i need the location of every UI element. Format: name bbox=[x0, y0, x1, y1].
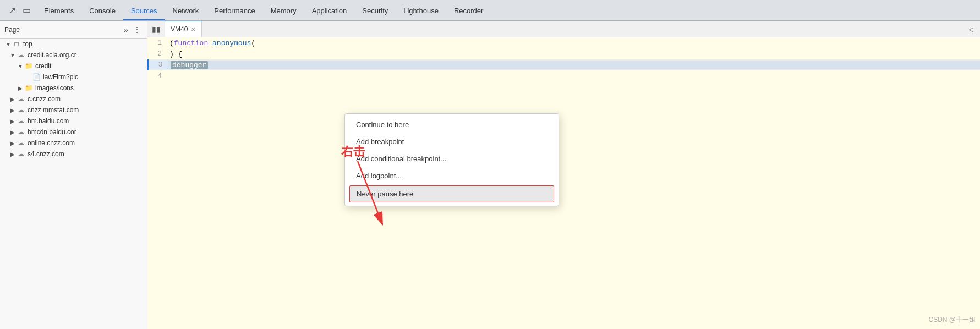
csdn-watermark: CSDN @十一姐 bbox=[928, 315, 976, 325]
arrow-icon bbox=[24, 74, 32, 80]
tree-item-images-icons[interactable]: ▶ 📁 images/icons bbox=[0, 83, 147, 94]
tree-label: hmcdn.baidu.cor bbox=[28, 128, 76, 136]
arrow-icon: ▼ bbox=[9, 52, 17, 58]
file-icon: 📄 bbox=[32, 73, 41, 81]
editor-area: ▮▮ VM40 × ◃ 1 (function anonymous( 2 ) { bbox=[147, 21, 980, 329]
context-menu-continue[interactable]: Continue to here bbox=[345, 116, 559, 133]
context-menu-logpoint[interactable]: Add logpoint... bbox=[345, 167, 559, 184]
code-line-4: 4 bbox=[147, 70, 980, 81]
tree-item-hm-baidu[interactable]: ▶ ☁ hm.baidu.com bbox=[0, 116, 147, 127]
line-content-1: (function anonymous( bbox=[167, 39, 980, 47]
tree-label: images/icons bbox=[35, 84, 74, 92]
tree-label: credit bbox=[35, 62, 51, 70]
main-layout: Page » ⋮ ▼ □ top ▼ ☁ credit.acla.org.cr … bbox=[0, 21, 980, 329]
context-menu: Continue to here Add breakpoint Add cond… bbox=[344, 113, 559, 206]
cloud-icon: ☁ bbox=[17, 150, 25, 158]
tab-network[interactable]: Network bbox=[165, 0, 207, 20]
tree-label: lawFirm?pic bbox=[43, 73, 78, 81]
editor-right-icon[interactable]: ◃ bbox=[968, 23, 973, 35]
cloud-icon: ☁ bbox=[17, 95, 25, 103]
editor-tab-vm40[interactable]: VM40 × bbox=[165, 21, 202, 37]
tree-item-hmcdn-baidu[interactable]: ▶ ☁ hmcdn.baidu.cor bbox=[0, 127, 147, 138]
context-menu-conditional-breakpoint[interactable]: Add conditional breakpoint... bbox=[345, 150, 559, 167]
tab-console[interactable]: Console bbox=[81, 0, 123, 20]
tree-item-c-cnzz[interactable]: ▶ ☁ c.cnzz.com bbox=[0, 94, 147, 105]
tab-performance[interactable]: Performance bbox=[206, 0, 262, 20]
tab-elements[interactable]: Elements bbox=[36, 0, 81, 20]
sidebar-header: Page » ⋮ bbox=[0, 21, 147, 39]
tree-item-lawfirm[interactable]: 📄 lawFirm?pic bbox=[0, 72, 147, 83]
editor-tab-bar: ▮▮ VM40 × ◃ bbox=[147, 21, 980, 37]
cloud-icon: ☁ bbox=[17, 139, 25, 147]
tree-item-s4-cnzz[interactable]: ▶ ☁ s4.cnzz.com bbox=[0, 149, 147, 160]
code-line-1: 1 (function anonymous( bbox=[147, 37, 980, 48]
arrow-icon: ▼ bbox=[17, 63, 24, 69]
tab-filename: VM40 bbox=[171, 25, 188, 33]
line-number-3: 3 bbox=[149, 61, 168, 69]
arrow-icon: ▶ bbox=[9, 107, 17, 113]
tree-item-cnzz-mmstat[interactable]: ▶ ☁ cnzz.mmstat.com bbox=[0, 105, 147, 116]
arrow-icon: ▶ bbox=[9, 151, 17, 157]
arrow-icon: ▶ bbox=[9, 140, 17, 146]
arrow-icon: ▶ bbox=[9, 96, 17, 102]
cloud-icon: ☁ bbox=[17, 128, 25, 136]
tree-label: c.cnzz.com bbox=[28, 95, 61, 103]
context-menu-add-breakpoint[interactable]: Add breakpoint bbox=[345, 133, 559, 150]
tab-memory[interactable]: Memory bbox=[263, 0, 304, 20]
sidebar-toggle-icon[interactable]: ▮▮ bbox=[150, 21, 163, 37]
code-line-3: 3 debugger bbox=[147, 59, 980, 70]
tree-item-credit-folder[interactable]: ▼ 📁 credit bbox=[0, 61, 147, 72]
arrow-icon: ▶ bbox=[17, 85, 24, 91]
tree-label: hm.baidu.com bbox=[28, 117, 69, 125]
tree-label: top bbox=[23, 40, 32, 48]
line-content-2: ) { bbox=[167, 50, 980, 58]
tab-icon-area: ↗ ▭ bbox=[2, 0, 36, 20]
folder-icon: 📁 bbox=[24, 62, 33, 70]
tab-security[interactable]: Security bbox=[354, 0, 396, 20]
tab-lighthouse[interactable]: Lighthouse bbox=[396, 0, 446, 20]
arrow-icon: ▶ bbox=[9, 118, 17, 124]
editor-tab-right: ◃ bbox=[968, 23, 978, 35]
cursor-icon[interactable]: ↗ bbox=[7, 5, 18, 16]
arrow-icon: ▼ bbox=[4, 41, 12, 47]
tree-item-online-cnzz[interactable]: ▶ ☁ online.cnzz.com bbox=[0, 138, 147, 149]
folder-icon: 📁 bbox=[24, 84, 33, 92]
sidebar: Page » ⋮ ▼ □ top ▼ ☁ credit.acla.org.cr … bbox=[0, 21, 147, 329]
line-number-1: 1 bbox=[147, 39, 167, 47]
code-editor[interactable]: 1 (function anonymous( 2 ) { 3 debugger … bbox=[147, 37, 980, 329]
tree-item-credit-acla[interactable]: ▼ ☁ credit.acla.org.cr bbox=[0, 50, 147, 61]
tab-close-button[interactable]: × bbox=[191, 25, 195, 34]
tree-label: s4.cnzz.com bbox=[28, 150, 64, 158]
cloud-icon: ☁ bbox=[17, 106, 25, 114]
arrow-icon: ▶ bbox=[9, 129, 17, 135]
line-number-4: 4 bbox=[147, 72, 167, 80]
tree-label: online.cnzz.com bbox=[28, 139, 75, 147]
cloud-icon: ☁ bbox=[17, 117, 25, 125]
sidebar-chevron-icon[interactable]: » bbox=[121, 24, 132, 35]
context-menu-never-pause[interactable]: Never pause here bbox=[349, 185, 554, 202]
line-number-2: 2 bbox=[147, 50, 167, 58]
tab-sources[interactable]: Sources bbox=[123, 0, 165, 20]
code-line-2: 2 ) { bbox=[147, 48, 980, 59]
cloud-icon: ☁ bbox=[17, 51, 25, 59]
tree-label: credit.acla.org.cr bbox=[28, 51, 76, 59]
tree-label: cnzz.mmstat.com bbox=[28, 106, 79, 114]
line-content-3: debugger bbox=[168, 61, 980, 69]
device-toolbar-icon[interactable]: ▭ bbox=[21, 5, 32, 16]
frame-icon: □ bbox=[12, 40, 21, 48]
tree-item-top[interactable]: ▼ □ top bbox=[0, 39, 147, 50]
devtools-tab-bar: ↗ ▭ Elements Console Sources Network Per… bbox=[0, 0, 980, 21]
tab-recorder[interactable]: Recorder bbox=[446, 0, 491, 20]
tab-application[interactable]: Application bbox=[304, 0, 355, 20]
sidebar-page-label: Page bbox=[4, 26, 121, 34]
sidebar-more-icon[interactable]: ⋮ bbox=[132, 24, 143, 35]
